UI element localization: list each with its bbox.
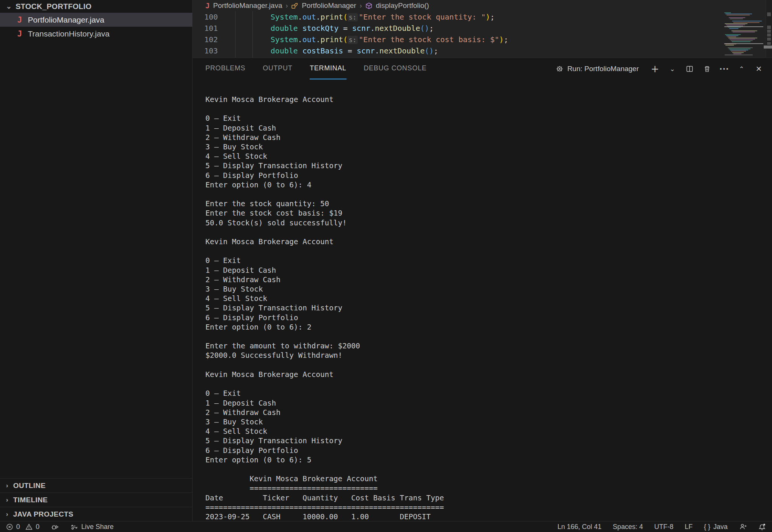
ruler-decoration	[767, 30, 771, 33]
live-share-status[interactable]: Live Share	[70, 523, 114, 531]
sidebar-section-label: TIMELINE	[13, 496, 48, 504]
notifications-bell-icon[interactable]	[758, 523, 766, 531]
debug-launch-status[interactable]	[51, 523, 59, 530]
explorer-folder-label: STOCK_PORTFOLIO	[15, 2, 91, 11]
live-share-icon	[70, 523, 78, 530]
sidebar-section-outline[interactable]: ›OUTLINE	[0, 478, 192, 492]
code-token: out	[302, 12, 316, 21]
minimap-code-row	[725, 34, 741, 35]
problems-status[interactable]: 0 0	[6, 523, 40, 531]
code-token: =	[343, 46, 357, 55]
indent-guide	[252, 11, 253, 58]
minimap-separator-row	[724, 43, 763, 44]
sidebar-section-label: JAVA PROJECTS	[13, 510, 73, 518]
editor-pane: J PortfolioManager.java › PortfolioManag…	[193, 0, 772, 58]
code-editor[interactable]: 100 System.out.print(s:"Enter the stock …	[193, 11, 772, 58]
code-token: costBasis	[302, 46, 343, 55]
terminal-instance-label: Run: PortfolioManager	[567, 65, 639, 73]
sidebar-bottom-sections: ›OUTLINE›TIMELINE›JAVA PROJECTS	[0, 478, 192, 521]
tab-output[interactable]: OUTPUT	[263, 58, 292, 79]
terminal-view[interactable]: Kevin Mosca Brokerage Account 0 – Exit 1…	[193, 79, 772, 521]
line-number: 101	[193, 23, 218, 34]
split-terminal-icon[interactable]	[683, 62, 696, 75]
minimap[interactable]	[724, 11, 766, 58]
code-line[interactable]: 100 System.out.print(s:"Enter the stock …	[193, 11, 772, 23]
chevron-right-icon: ›	[6, 511, 8, 517]
minimap-code-row	[725, 55, 753, 55]
code-token: .	[316, 35, 321, 44]
terminal-output[interactable]: Kevin Mosca Brokerage Account 0 – Exit 1…	[205, 95, 772, 521]
bug-icon	[556, 65, 564, 73]
cursor-position[interactable]: Ln 166, Col 41	[558, 523, 602, 531]
java-file-icon: J	[17, 29, 28, 38]
minimap-code-row	[728, 47, 753, 48]
code-token: .	[316, 12, 321, 21]
overview-ruler[interactable]	[766, 0, 772, 58]
tab-problems[interactable]: PROBLEMS	[205, 58, 245, 79]
sidebar-section-label: OUTLINE	[13, 482, 46, 490]
code-lines: 100 System.out.print(s:"Enter the stock …	[193, 11, 772, 56]
minimap-code-row	[730, 18, 743, 19]
indentation-status[interactable]: Spaces: 4	[613, 523, 643, 531]
code-token: scnr	[352, 24, 370, 33]
code-line[interactable]: 102 System.out.print(s:"Enter the stock …	[193, 34, 772, 45]
warning-count: 0	[36, 523, 40, 531]
language-mode[interactable]: { } Java	[704, 523, 728, 531]
eol-status[interactable]: LF	[685, 523, 693, 531]
breadcrumb-class[interactable]: PortfolioManager	[302, 2, 356, 10]
minimap-code-row	[727, 36, 736, 37]
chevron-down-icon[interactable]: ⌄	[666, 62, 679, 75]
minimap-code-row	[728, 38, 757, 38]
terminal-instance-selector[interactable]: Run: PortfolioManager	[556, 65, 639, 73]
code-token	[298, 24, 302, 33]
file-row[interactable]: JPortfolioManager.java	[0, 13, 192, 27]
code-token: (	[420, 24, 425, 33]
sidebar-section-java-projects[interactable]: ›JAVA PROJECTS	[0, 507, 192, 521]
live-share-label: Live Share	[81, 523, 114, 531]
tab-terminal[interactable]: TERMINAL	[310, 58, 346, 79]
close-icon[interactable]: ✕	[752, 62, 765, 75]
minimap-code-row	[731, 40, 753, 41]
ellipsis-icon[interactable]: ···	[718, 62, 731, 75]
code-token: ;	[504, 35, 508, 44]
code-token: out	[302, 35, 316, 44]
file-list: JPortfolioManager.javaJTransactionHistor…	[0, 13, 192, 41]
explorer-folder-header[interactable]: ⌄ STOCK_PORTFOLIO	[0, 0, 192, 13]
ruler-decoration	[767, 33, 771, 36]
line-number: 102	[193, 34, 218, 45]
encoding-status[interactable]: UTF-8	[654, 523, 673, 531]
code-text: System.out.print(s:"Enter the stock quan…	[218, 11, 495, 23]
line-number: 103	[193, 45, 218, 56]
minimap-code-row	[732, 52, 744, 53]
code-line[interactable]: 101 double stockQty = scnr.nextDouble();	[193, 23, 772, 34]
code-token: .	[298, 35, 302, 44]
chevron-right-icon: ›	[6, 482, 8, 489]
breadcrumb-method[interactable]: displayPortfolio()	[376, 2, 429, 10]
file-name: TransactionHistory.java	[28, 29, 109, 38]
tab-debug-console[interactable]: DEBUG CONSOLE	[364, 58, 427, 79]
minimap-code-row	[725, 23, 748, 24]
minimap-code-row	[726, 24, 745, 25]
file-row[interactable]: JTransactionHistory.java	[0, 27, 192, 41]
code-token: nextDouble	[379, 46, 424, 55]
explorer-sidebar: ⌄ STOCK_PORTFOLIO JPortfolioManager.java…	[0, 0, 193, 521]
minimap-code-row	[726, 15, 750, 15]
feedback-person-icon[interactable]	[739, 523, 747, 530]
trash-icon[interactable]	[701, 62, 713, 75]
code-line[interactable]: 103 double costBasis = scnr.nextDouble()…	[193, 45, 772, 56]
minimap-code-row	[729, 49, 751, 49]
minimap-code-row	[729, 39, 755, 40]
code-token: ;	[429, 24, 434, 33]
chevron-up-icon[interactable]: ⌃	[735, 62, 748, 75]
inlay-hint: s:	[348, 36, 357, 44]
new-terminal-plus-icon[interactable]: +	[649, 62, 661, 75]
minimap-code-row	[732, 21, 762, 21]
code-token: System	[271, 35, 298, 44]
minimap-code-row	[726, 35, 739, 36]
code-token: double	[271, 24, 298, 33]
breadcrumb-file[interactable]: PortfolioManager.java	[213, 2, 282, 10]
minimap-code-row	[732, 41, 751, 42]
sidebar-section-timeline[interactable]: ›TIMELINE	[0, 492, 192, 507]
code-token: .	[298, 12, 302, 21]
minimap-code-row	[733, 22, 760, 23]
